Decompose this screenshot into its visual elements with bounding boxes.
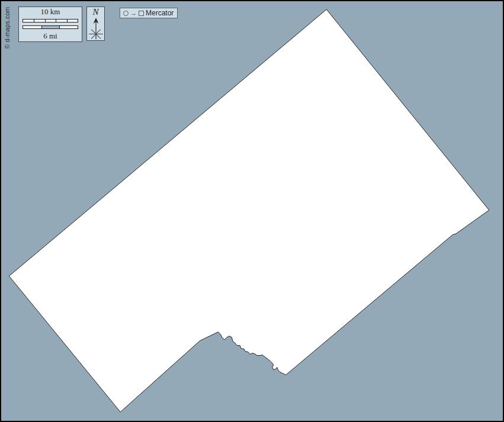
scale-tick xyxy=(67,20,68,22)
north-label: N xyxy=(92,8,98,17)
scale-tick xyxy=(45,20,46,22)
compass-arrow-icon xyxy=(88,17,104,40)
circle-icon xyxy=(123,11,129,16)
scale-mi-bar xyxy=(23,25,78,29)
copyright-text: © d-maps.com xyxy=(4,7,11,49)
projection-label: Mercator xyxy=(146,9,174,17)
scale-mi-middle-segment xyxy=(41,26,60,28)
scale-tick xyxy=(56,20,56,22)
region-map xyxy=(1,1,503,421)
map-canvas: © d-maps.com 10 km 6 mi N → Mercato xyxy=(0,0,504,422)
scale-tick xyxy=(34,20,34,22)
scale-mi-label: 6 mi xyxy=(43,32,57,40)
compass-panel: N xyxy=(86,7,105,41)
scale-km-bar xyxy=(23,19,78,22)
scale-tick xyxy=(59,26,60,28)
scale-bar-panel: 10 km 6 mi xyxy=(18,7,82,42)
projection-panel: → Mercator xyxy=(120,8,178,18)
region-outline xyxy=(9,9,489,412)
arrow-right-icon: → xyxy=(130,10,137,17)
square-icon xyxy=(139,11,144,16)
scale-km-label: 10 km xyxy=(41,8,60,16)
scale-tick xyxy=(41,26,42,28)
copyright-watermark: © d-maps.com xyxy=(2,4,12,52)
